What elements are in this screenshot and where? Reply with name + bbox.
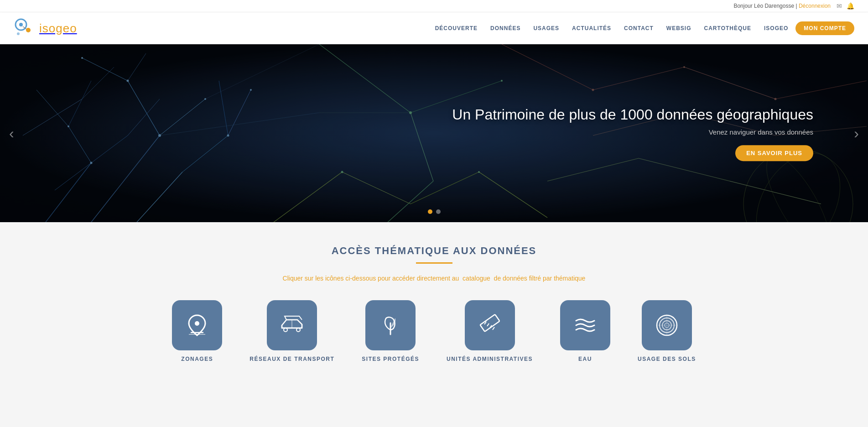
- hero-next-button[interactable]: ›: [849, 121, 863, 145]
- main-header: isogeo DÉCOUVERTE DONNÉES USAGES ACTUALI…: [0, 12, 868, 44]
- nav-websig[interactable]: WEBSIG: [661, 21, 697, 35]
- hero-section: ‹ Un Patrimoine de plus de 1000 données …: [0, 44, 868, 222]
- main-nav: DÉCOUVERTE DONNÉES USAGES ACTUALITÉS CON…: [430, 21, 854, 35]
- thematic-item-zonages[interactable]: ZONAGES: [172, 300, 222, 362]
- svg-point-56: [592, 89, 594, 91]
- thematic-item-admin[interactable]: UNITÉS ADMINISTRATIVES: [447, 300, 533, 362]
- thematic-subtitle-suffix: de données filtré par thématique: [494, 275, 586, 282]
- hero-title: Un Patrimoine de plus de 1000 données gé…: [452, 105, 813, 125]
- sols-icon-box: [642, 300, 692, 350]
- svg-line-75: [493, 327, 494, 330]
- nav-isogeo[interactable]: ISOGEO: [759, 21, 794, 35]
- svg-point-45: [127, 80, 129, 82]
- svg-point-48: [90, 162, 93, 164]
- nav-decouverte[interactable]: DÉCOUVERTE: [430, 21, 483, 35]
- thematic-title: ACCÈS THÉMATIQUE AUX DONNÉES: [18, 245, 850, 257]
- title-underline: [416, 262, 452, 264]
- sols-icon: [653, 312, 681, 339]
- thematic-item-eau[interactable]: EAU: [560, 300, 610, 362]
- top-bar: Bonjour Léo Darengosse | Déconnexion ✉ 🔔: [0, 0, 868, 12]
- hero-content: Un Patrimoine de plus de 1000 données gé…: [452, 105, 813, 161]
- svg-point-54: [478, 171, 480, 173]
- svg-point-62: [195, 321, 199, 326]
- hero-dot-1[interactable]: [428, 209, 432, 214]
- thematic-subtitle-prefix: Cliquer sur les icônes ci-dessous pour a…: [283, 275, 459, 282]
- admin-icon-box: [465, 300, 515, 350]
- svg-point-46: [204, 98, 206, 100]
- zonages-icon-box: [172, 300, 222, 350]
- svg-point-49: [68, 125, 69, 127]
- admin-icon: [476, 312, 504, 339]
- svg-point-4: [17, 32, 20, 35]
- sites-icon-box: [365, 300, 416, 350]
- svg-point-47: [81, 57, 83, 59]
- eau-label: EAU: [578, 356, 592, 362]
- zonages-label: ZONAGES: [181, 356, 213, 362]
- admin-label: UNITÉS ADMINISTRATIVES: [447, 356, 533, 362]
- transport-icon: [278, 312, 306, 339]
- nav-donnees[interactable]: DONNÉES: [485, 21, 526, 35]
- svg-point-2: [26, 28, 31, 32]
- thematic-item-transport[interactable]: RÉSEAUX DE TRANSPORT: [249, 300, 334, 362]
- greeting-text: Bonjour Léo Darengosse |: [733, 3, 797, 9]
- nav-cartotheque[interactable]: CARTOTHÈQUE: [699, 21, 757, 35]
- sites-label: SITES PROTÉGÉS: [362, 356, 419, 362]
- hero-subtitle: Venez naviguer dans vos données: [452, 128, 813, 136]
- transport-label: RÉSEAUX DE TRANSPORT: [249, 356, 334, 362]
- svg-point-50: [227, 135, 229, 137]
- sites-icon: [377, 312, 404, 339]
- thematic-item-sites[interactable]: SITES PROTÉGÉS: [362, 300, 419, 362]
- svg-point-57: [683, 66, 685, 68]
- logo[interactable]: isogeo: [14, 17, 77, 39]
- svg-point-1: [19, 23, 23, 26]
- nav-contact[interactable]: CONTACT: [619, 21, 659, 35]
- hero-dot-2[interactable]: [436, 209, 441, 214]
- hero-dots: [428, 209, 441, 214]
- svg-rect-71: [480, 314, 499, 332]
- thematic-grid: ZONAGES RÉSEAUX DE TRANSPORT: [161, 300, 708, 362]
- nav-usages[interactable]: USAGES: [528, 21, 565, 35]
- svg-point-44: [158, 134, 161, 137]
- svg-point-55: [501, 80, 503, 82]
- mon-compte-button[interactable]: MON COMPTE: [795, 21, 854, 35]
- bell-icon[interactable]: 🔔: [846, 2, 854, 10]
- thematic-item-sols[interactable]: USAGE DES SOLS: [638, 300, 696, 362]
- logo-icon: [14, 17, 36, 39]
- thematic-subtitle: Cliquer sur les icônes ci-dessous pour a…: [18, 275, 850, 282]
- nav-actualites[interactable]: ACTUALITÉS: [567, 21, 617, 35]
- thematic-section: ACCÈS THÉMATIQUE AUX DONNÉES Cliquer sur…: [0, 222, 868, 390]
- transport-icon-box: [267, 300, 317, 350]
- thematic-subtitle-highlight: catalogue: [463, 275, 490, 282]
- svg-point-53: [341, 171, 343, 173]
- svg-point-58: [774, 98, 777, 100]
- svg-line-73: [487, 323, 489, 326]
- svg-point-51: [250, 89, 252, 91]
- sols-label: USAGE DES SOLS: [638, 356, 696, 362]
- envelope-icon[interactable]: ✉: [835, 2, 843, 10]
- hero-cta-button[interactable]: EN SAVOIR PLUS: [735, 145, 813, 161]
- logout-link[interactable]: Déconnexion: [799, 3, 831, 9]
- eau-icon-box: [560, 300, 610, 350]
- eau-icon: [572, 312, 599, 339]
- zonages-icon: [183, 312, 211, 339]
- hero-prev-button[interactable]: ‹: [5, 121, 19, 145]
- svg-point-52: [409, 111, 412, 114]
- logo-text: isogeo: [39, 21, 77, 36]
